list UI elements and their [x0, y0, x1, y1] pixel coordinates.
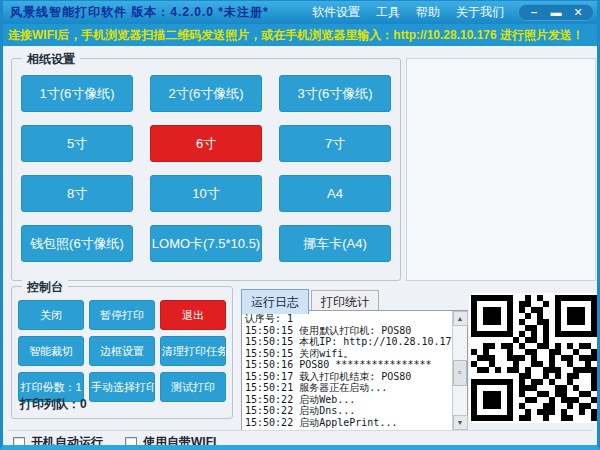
window-controls: –▬✕ [518, 4, 594, 21]
console-button[interactable]: 智能裁切 [18, 336, 84, 366]
console-button[interactable]: 关闭 [18, 300, 84, 330]
paper-size-button[interactable]: A4 [279, 175, 391, 212]
console-button[interactable]: 暂停打印 [89, 300, 155, 330]
log-scrollbar[interactable]: ▲ ≡ ▼ [452, 311, 467, 430]
log-line: 15:50:17 载入打印机结束: POS80 [245, 371, 449, 383]
log-line: 15:50:16 POS80 **************** [245, 359, 449, 371]
paper-size-button[interactable]: 2寸(6寸像纸) [150, 75, 262, 112]
log-line: 15:50:22 启动Dns... [245, 405, 449, 417]
checkbox-label: 使用自带WIFI [143, 434, 216, 450]
qr-code [469, 293, 599, 423]
checkbox-label: 开机自动运行 [31, 434, 103, 450]
app-window: 风景线智能打印软件 版本：4.2.0.0 *未注册* 软件设置工具帮助关于我们 … [0, 0, 600, 450]
console-button-grid: 关闭暂停打印退出智能裁切边框设置清理打印任务打印份数：1手动选择打印测试打印 [18, 300, 226, 402]
paper-size-button[interactable]: 3寸(6寸像纸) [279, 75, 391, 112]
paper-settings-title: 相纸设置 [22, 51, 80, 68]
tab-run-log[interactable]: 运行日志 [241, 289, 309, 314]
console-button[interactable]: 手动选择打印 [89, 372, 155, 402]
app-title: 风景线智能打印软件 版本：4.2.0.0 *未注册* [10, 4, 269, 21]
checkbox-item[interactable]: 开机自动运行 [13, 434, 103, 450]
scroll-up-icon[interactable]: ▲ [453, 311, 468, 326]
paper-size-button[interactable]: 钱包照(6寸像纸) [21, 225, 133, 262]
paper-size-button[interactable]: 7寸 [279, 125, 391, 162]
checkbox-item[interactable]: 使用自带WIFI [125, 434, 216, 450]
paper-size-button[interactable]: 8寸 [21, 175, 133, 212]
log-line: 15:50:15 本机IP: http://10.28.10.176/ [245, 336, 449, 348]
scroll-track[interactable]: ≡ [453, 326, 468, 415]
minimize-icon[interactable]: – [525, 5, 543, 19]
console-group: 控制台 关闭暂停打印退出智能裁切边框设置清理打印任务打印份数：1手动选择打印测试… [11, 286, 233, 419]
paper-size-button[interactable]: 1寸(6寸像纸) [21, 75, 133, 112]
log-lines: 认序号: 115:50:15 使用默认打印机: POS8015:50:15 本机… [242, 311, 452, 430]
photo-preview-panel [406, 58, 596, 281]
console-title: 控制台 [22, 279, 68, 296]
notice-text: 连接WIFI后，手机浏览器扫描二维码发送照片，或在手机浏览器里输入：http:/… [8, 27, 584, 44]
checkbox-icon[interactable] [125, 437, 137, 449]
console-button[interactable]: 清理打印任务 [160, 336, 226, 366]
menu-item[interactable]: 工具 [376, 4, 400, 21]
menu-item[interactable]: 软件设置 [312, 4, 360, 21]
menu-item[interactable]: 帮助 [416, 4, 440, 21]
log-line: 15:50:22 启动ApplePrint... [245, 417, 449, 429]
log-line: 15:50:15 使用默认打印机: POS80 [245, 325, 449, 337]
log-box: 认序号: 115:50:15 使用默认打印机: POS8015:50:15 本机… [241, 310, 468, 431]
paper-size-button[interactable]: 挪车卡(A4) [279, 225, 391, 262]
console-button[interactable]: 退出 [160, 300, 226, 330]
thumb-grip-icon: ≡ [457, 371, 461, 374]
titlebar: 风景线智能打印软件 版本：4.2.0.0 *未注册* 软件设置工具帮助关于我们 … [0, 0, 600, 24]
scroll-thumb[interactable]: ≡ [453, 360, 467, 386]
scroll-down-icon[interactable]: ▼ [453, 415, 468, 430]
titlebar-menu: 软件设置工具帮助关于我们 [312, 4, 504, 21]
paper-size-button[interactable]: 5寸 [21, 125, 133, 162]
log-line: 认序号: 1 [245, 313, 449, 325]
console-button[interactable]: 测试打印 [160, 372, 226, 402]
footer-divider [7, 430, 593, 431]
print-queue-label: 打印列队：0 [20, 396, 87, 413]
log-line: 15:50:21 服务器正在启动... [245, 382, 449, 394]
paper-size-button[interactable]: 6寸 [150, 125, 262, 162]
close-icon[interactable]: ✕ [569, 5, 587, 19]
paper-size-grid: 1寸(6寸像纸)2寸(6寸像纸)3寸(6寸像纸)5寸6寸7寸8寸10寸A4钱包照… [21, 75, 391, 262]
log-line: 15:50:15 关闭wifi。 [245, 348, 449, 360]
notice-bar: 连接WIFI后，手机浏览器扫描二维码发送照片，或在手机浏览器里输入：http:/… [0, 24, 600, 46]
paper-size-button[interactable]: LOMO卡(7.5*10.5) [150, 225, 262, 262]
maximize-icon[interactable]: ▬ [547, 5, 565, 19]
paper-settings-group: 相纸设置 1寸(6寸像纸)2寸(6寸像纸)3寸(6寸像纸)5寸6寸7寸8寸10寸… [11, 58, 401, 281]
footer-checkbox-row: 开机自动运行使用自带WIFI [13, 434, 216, 450]
menu-item[interactable]: 关于我们 [456, 4, 504, 21]
checkbox-icon[interactable] [13, 437, 25, 449]
log-line: 15:50:22 启动Web... [245, 394, 449, 406]
paper-size-button[interactable]: 10寸 [150, 175, 262, 212]
console-button[interactable]: 边框设置 [89, 336, 155, 366]
